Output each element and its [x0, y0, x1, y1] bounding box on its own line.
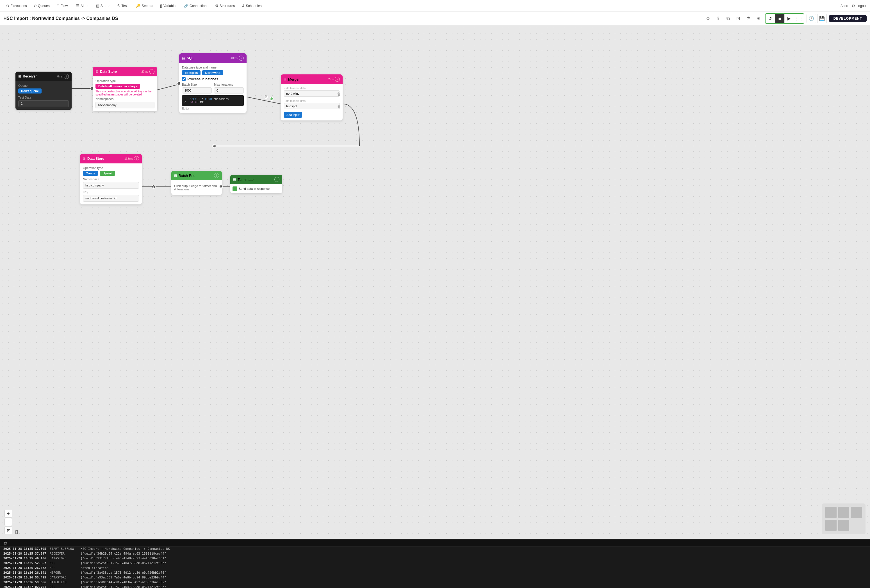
nav-executions[interactable]: ⊙ Executions	[3, 3, 30, 9]
settings-icon[interactable]: ⚙	[851, 4, 855, 8]
log-type: BATCH_END	[50, 581, 80, 584]
schedules-icon: ↺	[241, 4, 244, 8]
nav-stores-label: Stores	[101, 4, 110, 8]
log-row: 2025-01-28 16:26:59.066BATCH_END{"uuid":…	[0, 580, 870, 585]
nav-tests[interactable]: ⚗ Tests	[114, 3, 132, 9]
sql-db-label: Database type and name	[182, 66, 244, 69]
nav-secrets[interactable]: 🔑 Secrets	[133, 3, 156, 9]
datastore2-operation-label: Operation type	[83, 166, 139, 170]
datastore2-time: 138ms	[124, 157, 133, 160]
trash-icon: 🗑	[15, 529, 20, 534]
nav-schedules[interactable]: ↺ Schedules	[239, 3, 264, 9]
nav-alerts[interactable]: ☰ Alerts	[73, 3, 92, 9]
play-button[interactable]: ▶	[785, 14, 794, 23]
merger-info-button[interactable]: i	[335, 77, 340, 82]
grid-button[interactable]: ⊞	[754, 14, 763, 23]
merger-time: 2ms	[328, 78, 334, 81]
merger-add-input-button[interactable]: Add input	[284, 112, 302, 118]
nav-variables-label: Variables	[164, 4, 177, 8]
nav-alerts-label: Alerts	[80, 4, 89, 8]
sql-batch-size-input[interactable]	[182, 87, 212, 94]
datastore2-upsert-chip: Upsert	[100, 171, 115, 176]
copy-button[interactable]: ⧉	[724, 14, 732, 23]
user-area: Acorn ⚙ logout	[840, 4, 867, 8]
datastore2-info-button[interactable]: i	[134, 156, 139, 161]
log-row: 2025-01-28 16:26:55.495DATASTORE{"uuid":…	[0, 575, 870, 580]
logout-button[interactable]: logout	[857, 4, 867, 8]
terminator-info-button[interactable]: i	[274, 177, 279, 182]
debug-button[interactable]: ⋮⋮	[794, 14, 804, 23]
sql-body: Database type and name postgres Northwin…	[179, 63, 247, 113]
save-button[interactable]: 💾	[817, 14, 827, 23]
sql-code-line-2: 2 BATCH ##	[184, 101, 241, 104]
zoom-in-button[interactable]: +	[4, 510, 12, 518]
log-type: START SUBFLOW	[50, 547, 80, 551]
merger-input2-group: Path to input data 🗑	[284, 100, 340, 109]
sql-code-line-1: 1 SELECT * FROM customers	[184, 97, 241, 101]
nav-queues[interactable]: ⊙ Queues	[31, 3, 52, 9]
datastore1-grid-icon: ⊞	[95, 70, 98, 74]
log-type: MERGER	[50, 571, 80, 575]
batchend-icon: ⊞	[174, 174, 177, 177]
nav-stores[interactable]: ▤ Stores	[93, 3, 113, 9]
canvas[interactable]: 1 1 91 91 91 1 1 ⊞ Receiver 0ms i Queue …	[0, 25, 870, 539]
conn-badge-1c: 1	[219, 185, 223, 189]
settings-button[interactable]: ⚙	[704, 14, 712, 23]
datastore1-namespace-input[interactable]: hsc-company	[95, 102, 155, 109]
zoom-out-button[interactable]: −	[4, 518, 12, 526]
reset-button[interactable]: ↺	[766, 14, 775, 23]
sql-icon: ▤	[182, 56, 185, 60]
history-button[interactable]: 🕐	[806, 14, 816, 23]
receiver-testdata-value: 1	[18, 100, 69, 107]
receiver-info-button[interactable]: i	[64, 74, 69, 79]
receiver-time: 0ms	[57, 75, 63, 78]
nav-connections-label: Connections	[189, 4, 209, 8]
split-button[interactable]: ⊡	[734, 14, 742, 23]
receiver-title: Receiver	[23, 74, 37, 78]
datastore1-info-button[interactable]: i	[149, 69, 155, 74]
conn-badge-1: 1	[90, 86, 94, 91]
nav-flows[interactable]: ⊞ Flows	[54, 3, 72, 9]
conn-badge-91c: 91	[212, 144, 216, 148]
log-type: DATASTORE	[50, 576, 80, 579]
batchend-title: Batch End	[179, 174, 195, 178]
tests-icon: ⚗	[117, 4, 120, 8]
nav-connections[interactable]: 🔗 Connections	[181, 3, 211, 9]
merger-input1-label: Path to input data	[284, 87, 340, 90]
thumb-block-2	[838, 507, 849, 518]
info-button[interactable]: ℹ	[714, 14, 722, 23]
lab-button[interactable]: ⚗	[744, 14, 752, 23]
nav-variables[interactable]: {} Variables	[157, 3, 180, 9]
structures-icon: ⚙	[215, 4, 219, 8]
zoom-fit-button[interactable]: ⊡	[4, 527, 12, 534]
nav-executions-label: Executions	[10, 4, 27, 8]
receiver-node: ⊞ Receiver 0ms i Queue Don't queue Test …	[15, 71, 72, 110]
sql-header: ▤ SQL 48ms i	[179, 54, 247, 63]
datastore2-title: Data Store	[87, 157, 104, 161]
sql-editor-label: Editor	[182, 107, 244, 110]
log-panel: 🗑 2025-01-28 16:25:37.895START SUBFLOWHS…	[0, 539, 870, 588]
merger-input1-group: Path to input data 🗑	[284, 87, 340, 97]
sql-code-area[interactable]: 1 SELECT * FROM customers 2 BATCH ##	[182, 95, 244, 106]
log-timestamp: 2025-01-28 16:26:26.641	[3, 571, 50, 575]
merger-input2-delete-button[interactable]: 🗑	[337, 104, 341, 109]
sql-max-iter-input[interactable]	[214, 87, 244, 94]
merger-input1-delete-button[interactable]: 🗑	[337, 92, 341, 96]
trash-icon-area[interactable]: 🗑	[15, 529, 20, 535]
sql-info-button[interactable]: i	[239, 56, 244, 61]
terminator-send-label: Send data in response	[239, 187, 270, 191]
log-row: 2025-01-28 16:25:46.186DATASTORE{"uuid":…	[0, 556, 870, 561]
nav-structures[interactable]: ⚙ Structures	[212, 3, 238, 9]
toolbar: HSC Import : Northwind Companies -> Comp…	[0, 12, 870, 25]
batchend-header: ⊞ Batch End i	[171, 171, 222, 180]
datastore2-namespace-input[interactable]: hsc-company	[83, 182, 139, 189]
batchend-info-button[interactable]: i	[214, 173, 219, 178]
merger-input1-field[interactable]	[284, 91, 340, 97]
log-clear-button[interactable]: 🗑	[3, 540, 7, 545]
sql-batch-checkbox[interactable]	[182, 77, 186, 81]
stop-button[interactable]: ■	[775, 14, 785, 23]
datastore2-key-input[interactable]: northwind.customer_id	[83, 195, 139, 202]
terminator-body: Send data in response	[230, 184, 282, 193]
merger-input2-field[interactable]	[284, 103, 340, 109]
terminator-node: ⊞ Terminator i Send data in response	[230, 175, 282, 193]
